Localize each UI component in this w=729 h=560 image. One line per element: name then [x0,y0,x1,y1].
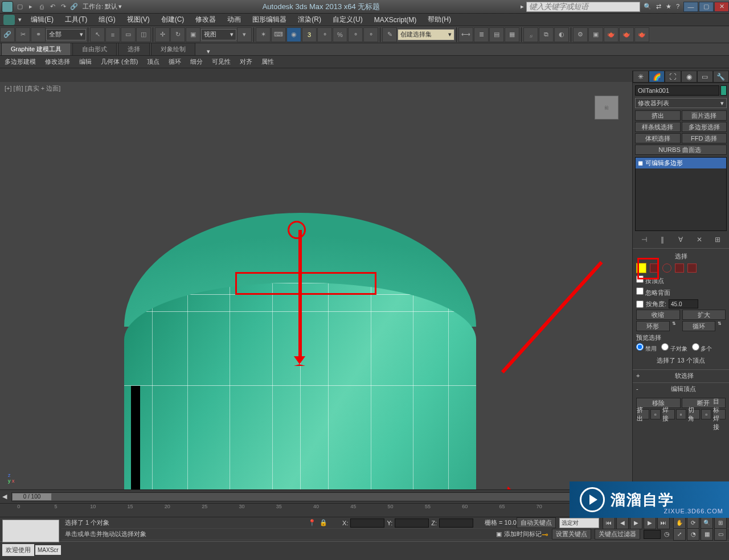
menu-maxscript[interactable]: MAXScript(M) [368,14,423,26]
mod-btn-nurbs[interactable]: NURBS 曲面选 [635,145,727,155]
rsub-subdiv[interactable]: 细分 [186,56,207,68]
hierarchy-tab-icon[interactable]: ⛶ [665,71,681,83]
sel-sets-combo[interactable]: 选定对 [559,518,599,528]
rsub-modify-sel[interactable]: 修改选择 [40,56,75,68]
ref-coord-combo[interactable]: 视图▾ [201,29,236,40]
shrink-button[interactable]: 收缩 [636,310,680,320]
chk-angle[interactable] [636,300,644,308]
rsub-loop[interactable]: 循环 [164,56,186,68]
extrude-opt-icon[interactable]: ▫ [650,409,661,419]
mod-btn-vol[interactable]: 体积选择 [635,133,681,143]
weld-button[interactable]: 焊接 [662,409,675,419]
menu-tools[interactable]: 工具(T) [59,13,93,26]
fov-icon[interactable]: ◔ [687,528,699,541]
angle-snap-icon[interactable]: 3 [302,27,317,42]
zoom-region-icon[interactable]: ▭ [714,528,727,541]
filter-combo[interactable]: 全部▾ [46,29,86,40]
open-icon[interactable]: ▸ [26,2,36,11]
menu-render[interactable]: 渲染(R) [292,13,327,26]
mod-btn-spline[interactable]: 样条线选择 [635,122,681,132]
max-toggle-icon[interactable]: ▦ [701,528,713,541]
undo-icon[interactable]: ↶ [47,2,58,11]
frame-input[interactable] [644,530,661,539]
time-slider[interactable]: ◀ 0 / 100 ▶ [0,489,632,503]
arrow-icon[interactable]: ▸ [521,3,524,10]
save-icon[interactable]: ⎙ [36,2,47,11]
manip-icon[interactable]: ✶ [256,27,271,42]
align-icon[interactable]: ≣ [474,27,489,42]
chamfer-opt-icon[interactable]: ▫ [701,409,711,419]
ribbon-tab-graphite[interactable]: Graphite 建模工具 [1,43,71,55]
layers-icon[interactable]: ▤ [489,27,504,42]
motion-tab-icon[interactable]: ◉ [681,71,697,83]
radio-multi[interactable] [692,343,699,351]
loop-button[interactable]: 循环 [682,321,716,331]
arc-rotate-icon[interactable]: ⟳ [687,517,699,529]
render-iter-icon[interactable]: 🫖 [634,27,649,42]
mod-btn-patch[interactable]: 面片选择 [682,110,727,121]
percent-snap-icon[interactable]: ⚬ [317,27,332,42]
maxscript-label[interactable]: MAXScr [35,545,61,555]
render-icon[interactable]: 🫖 [604,27,619,42]
menu-help[interactable]: 帮助(H) [422,13,457,26]
radio-disable[interactable] [636,343,644,351]
prev-frame-icon[interactable]: ◀ [616,517,629,529]
render-setup-icon[interactable]: ⚙ [573,27,588,42]
curve-editor-icon[interactable]: ⟓ [523,27,538,42]
time-config-icon[interactable]: ◷ [664,530,670,538]
rsub-align[interactable]: 对齐 [235,56,257,68]
bind-icon[interactable]: ⚭ [31,27,46,42]
spinner-snap-icon[interactable]: % [333,27,347,42]
rsub-edit[interactable]: 编辑 [75,56,96,68]
grow-button[interactable]: 扩大 [682,310,726,320]
autokey-button[interactable]: 自动关键点 [517,517,556,528]
schematic-icon[interactable]: ⧉ [539,27,554,42]
menu-group[interactable]: 组(G) [93,13,121,26]
object-name-input[interactable] [635,85,719,96]
keyboard-icon[interactable]: ⌨ [271,27,286,42]
time-handle[interactable]: 0 / 100 [12,493,52,501]
material-icon[interactable]: ◐ [554,27,569,42]
setkey-button[interactable]: 设置关键点 [552,529,591,540]
chk-ignore-back[interactable] [636,287,644,295]
menu-graph[interactable]: 图形编辑器 [247,13,292,26]
lock2-icon[interactable]: 🔒 [320,519,327,526]
configure-icon[interactable]: ⊞ [712,234,723,245]
modifier-stack[interactable]: ◼可编辑多边形 [635,157,727,231]
move-icon[interactable]: ✢ [155,27,170,42]
viewcube[interactable]: 前 [595,96,619,120]
modify-tab-icon[interactable]: 🌈 [649,71,665,83]
chevron-down-icon[interactable]: ▾ [18,16,22,23]
render-prod-icon[interactable]: 🫖 [619,27,634,42]
viewport-label[interactable]: [+] [前] [真实 + 边面] [5,84,60,93]
new-icon[interactable]: ▢ [15,2,25,11]
play-icon[interactable]: ▶ [630,517,642,529]
color-swatch[interactable] [720,85,727,96]
maximize-button[interactable]: ▢ [699,2,714,12]
goto-start-icon[interactable]: ⏮ [603,517,615,529]
menu-customize[interactable]: 自定义(U) [327,13,368,26]
layer-mgr-icon[interactable]: ▦ [505,27,519,42]
poly-subobj-icon[interactable] [675,263,684,273]
zoom-icon[interactable]: 🔍 [701,517,713,529]
track-bar[interactable]: 0510 152025 303540 455055 606570 7580 [0,503,632,517]
redo-icon[interactable]: ↷ [58,2,68,11]
rsub-props[interactable]: 属性 [257,56,279,68]
keyfilter-button[interactable]: 关键点过滤器 [595,529,640,540]
key-icon[interactable]: ⊸ [542,530,548,539]
search-input[interactable] [526,2,640,12]
add-time-label[interactable]: 添加时间标记 [504,530,542,538]
exchange-icon[interactable]: ⇄ [656,3,661,10]
z-input[interactable] [439,518,473,528]
menu-animation[interactable]: 动画 [222,13,247,26]
mod-btn-poly[interactable]: 多边形选择 [682,122,727,132]
display-tab-icon[interactable]: ▭ [697,71,713,83]
edit-named-icon[interactable]: ✎ [382,27,397,42]
rsub-vertex[interactable]: 顶点 [142,56,164,68]
rsub-polymodel[interactable]: 多边形建模 [0,56,40,68]
snap-toggle-icon[interactable]: ◉ [286,27,301,42]
show-end-icon[interactable]: ‖ [657,234,667,245]
rect-select-icon[interactable]: ▭ [121,27,136,42]
pan-icon[interactable]: ✋ [673,517,686,529]
create-tab-icon[interactable]: ✳ [633,71,649,83]
